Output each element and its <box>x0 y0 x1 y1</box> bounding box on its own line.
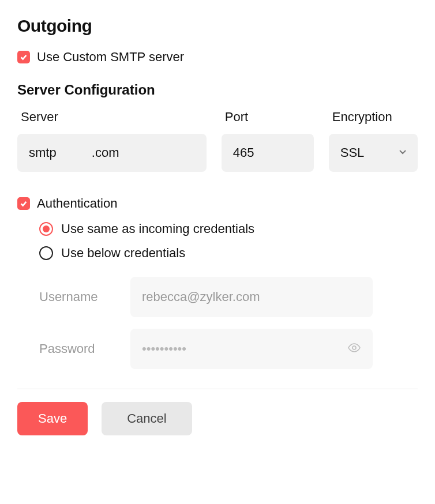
save-button[interactable]: Save <box>17 402 88 435</box>
checkbox-checked-icon <box>17 197 30 210</box>
divider <box>17 389 418 389</box>
eye-icon[interactable] <box>347 341 361 357</box>
server-input[interactable] <box>17 134 207 172</box>
encryption-select[interactable] <box>329 134 418 172</box>
port-input[interactable] <box>222 134 314 172</box>
authentication-label: Authentication <box>37 196 117 211</box>
authentication-row[interactable]: Authentication <box>17 196 418 211</box>
radio-same-label: Use same as incoming credentials <box>61 221 254 236</box>
server-config-title: Server Configuration <box>17 82 418 98</box>
radio-unselected-icon <box>39 246 53 260</box>
use-custom-smtp-row[interactable]: Use Custom SMTP server <box>17 50 418 65</box>
server-label: Server <box>21 110 207 125</box>
radio-same-credentials[interactable]: Use same as incoming credentials <box>39 221 418 236</box>
radio-below-label: Use below credentials <box>61 246 185 261</box>
password-input[interactable] <box>130 329 373 369</box>
server-config-fields: Server Port Encryption <box>17 110 418 172</box>
cancel-button[interactable]: Cancel <box>102 402 192 435</box>
password-label: Password <box>39 341 114 356</box>
port-label: Port <box>225 110 314 125</box>
radio-below-credentials[interactable]: Use below credentials <box>39 246 418 261</box>
checkbox-checked-icon <box>17 51 30 63</box>
outgoing-title: Outgoing <box>17 16 418 36</box>
use-custom-smtp-label: Use Custom SMTP server <box>37 50 184 65</box>
encryption-label: Encryption <box>332 110 425 125</box>
username-input[interactable] <box>130 277 373 317</box>
username-label: Username <box>39 289 114 304</box>
radio-selected-icon <box>39 222 53 236</box>
svg-point-0 <box>352 346 356 349</box>
